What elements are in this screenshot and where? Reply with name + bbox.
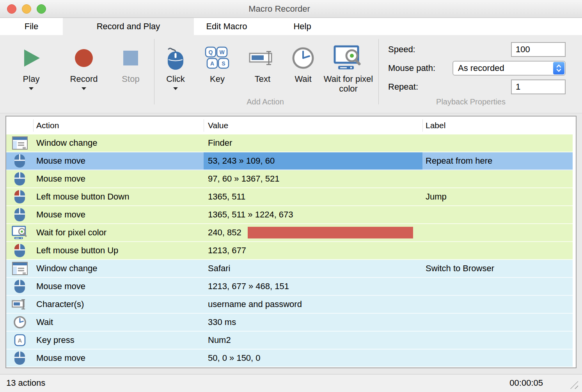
stop-label: Stop [122,74,139,84]
titlebar: Macro Recorder [0,0,582,18]
wait-for-pixel-color-button[interactable]: Wait for pixel color [322,35,374,94]
tab-file[interactable]: File [0,18,63,35]
row-value: 50, 0 » 150, 0 [204,350,422,367]
key-label: Key [210,74,225,84]
action-count: 13 actions [6,374,45,392]
mouse-icon [6,350,33,367]
play-icon [20,46,42,70]
wait-label: Wait [295,74,311,84]
table-row[interactable]: Left mouse button Down1365, 511Jump [6,188,573,206]
mouse-icon [6,278,33,295]
row-label [422,350,573,367]
row-label: Repeat from here [422,152,573,170]
column-header-action: Action [36,117,59,134]
chevron-down-icon[interactable] [29,87,34,90]
row-value: 97, 60 » 1367, 521 [204,170,422,187]
table-body: Window changeFinder Mouse move53, 243 » … [6,134,576,367]
column-separator [204,119,204,132]
tab-edit-macro[interactable]: Edit Macro [194,18,259,35]
row-action: Window change [33,134,204,152]
mouse-icon [6,206,33,223]
tab-record-and-play[interactable]: Record and Play [63,18,194,35]
table-row[interactable]: Window changeFinder [6,134,573,152]
row-label [422,170,573,187]
row-action: Character(s) [33,296,204,313]
row-action: Window change [33,260,204,277]
row-action: Left mouse button Down [33,188,204,205]
row-value: 1213, 677 » 468, 151 [204,278,422,295]
record-label: Record [70,74,98,84]
row-value: 53, 243 » 109, 60 [204,152,422,170]
row-label [422,206,573,223]
close-button[interactable] [7,4,16,14]
row-value: 1365, 511 » 1224, 673 [204,206,422,223]
svg-text:A: A [210,60,214,67]
chevron-down-icon[interactable] [82,87,86,90]
group-separator [378,39,379,104]
stepper-icon [553,62,564,74]
mouse-icon [6,152,33,170]
play-label: Play [23,74,40,84]
table-row[interactable]: Character(s)username and password [6,296,573,314]
row-action: Mouse move [33,206,204,223]
speed-label: Speed: [388,42,415,57]
clock-icon [292,46,314,70]
table-row[interactable]: Mouse move97, 60 » 1367, 521 [6,170,573,188]
zoom-button[interactable] [37,4,46,14]
record-icon [74,46,94,70]
table-row[interactable]: Window changeSafariSwitch to Browser [6,260,573,278]
wait-button[interactable]: Wait [287,35,319,84]
table-row[interactable]: Wait for pixel color240, 852 [6,224,573,242]
table-row[interactable]: Mouse move1365, 511 » 1224, 673 [6,206,573,224]
screen-magnifier-icon [334,46,363,70]
mouse-left-button-icon [6,188,33,205]
svg-text:Q: Q [209,49,213,55]
resize-grip[interactable] [568,379,578,389]
table-row[interactable]: Left mouse button Up1213, 677 [6,242,573,260]
column-separator [422,119,423,132]
repeat-input[interactable]: 1 [511,79,566,94]
table-row[interactable]: Mouse move50, 0 » 150, 0 [6,350,573,367]
text-input-icon [249,46,276,70]
group-separator [154,39,154,104]
row-value: 1213, 677 [204,242,422,259]
row-action: Wait [33,314,204,331]
row-label [422,242,573,259]
wait-for-pixel-color-label: Wait for pixel color [322,74,374,94]
minimize-button[interactable] [22,4,31,14]
row-action: Wait for pixel color [33,224,204,241]
text-button[interactable]: Text [244,35,281,84]
chevron-down-icon[interactable] [173,87,178,90]
speed-input[interactable]: 100 [511,42,566,57]
pixel-color-swatch [248,227,413,238]
stop-icon [123,46,138,70]
text-field-icon [6,296,33,313]
row-label: Jump [422,188,573,205]
click-button[interactable]: Click [159,35,192,90]
window-title: Macro Recorder [248,0,310,18]
stop-button[interactable]: Stop [114,35,147,84]
window-change-icon [6,260,33,277]
row-label [422,296,573,313]
row-action: Mouse move [33,350,204,367]
play-button[interactable]: Play [16,35,47,90]
status-bar: 13 actions 00:00:05 [0,374,582,392]
svg-text:A: A [18,337,22,344]
tab-help[interactable]: Help [259,18,345,35]
svg-text:W: W [219,49,225,55]
row-label [422,134,573,152]
row-action: Mouse move [33,152,204,170]
table-header: Action Value Label [6,117,576,134]
record-button[interactable]: Record [62,35,105,90]
playback-properties-group-label: Playback Properties [436,97,506,106]
row-value: 240, 852 [204,224,422,241]
table-row[interactable]: AKey pressNum2 [6,332,573,350]
table-row[interactable]: Mouse move1213, 677 » 468, 151 [6,278,573,296]
mouse-path-select[interactable]: As recorded [452,61,566,76]
clock-small-icon [6,314,33,331]
table-row[interactable]: Wait330 ms [6,314,573,332]
key-button[interactable]: QWAS Key [199,35,236,84]
table-row[interactable]: Mouse move53, 243 » 109, 60Repeat from h… [6,152,573,170]
key-press-icon: A [6,332,33,349]
row-value: Num2 [204,332,422,349]
